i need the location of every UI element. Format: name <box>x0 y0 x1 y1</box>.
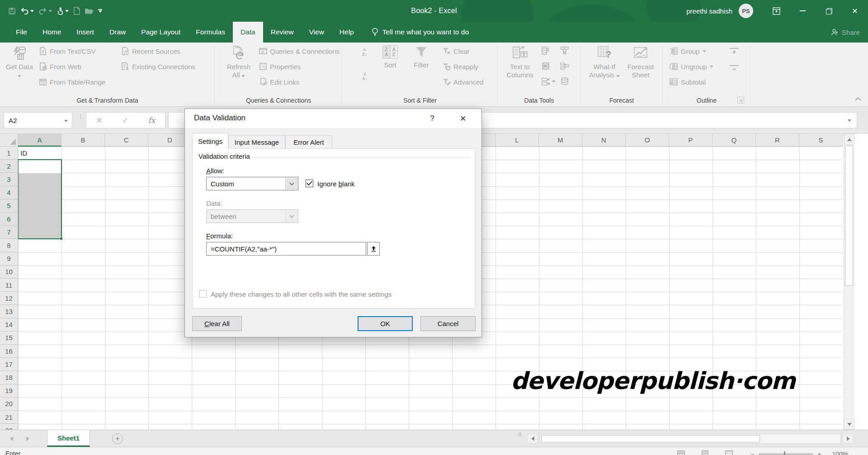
sort-button[interactable]: ZAAZ Sort <box>377 45 403 69</box>
sheet-prev-icon[interactable] <box>10 430 13 447</box>
row-header-4[interactable]: 4 <box>0 186 18 199</box>
insert-function-icon[interactable]: fx <box>148 116 156 125</box>
vertical-scroll-thumb[interactable] <box>845 146 853 286</box>
scroll-down-icon[interactable] <box>844 419 854 430</box>
selection-range[interactable] <box>18 159 62 239</box>
row-header-5[interactable]: 5 <box>0 199 18 213</box>
column-header-l[interactable]: L <box>495 134 539 147</box>
expand-formula-bar-icon[interactable] <box>848 119 851 122</box>
data-validation-dropdown-icon[interactable] <box>552 81 556 83</box>
column-header-n[interactable]: N <box>582 134 626 147</box>
column-header-b[interactable]: B <box>61 134 105 147</box>
dialog-tab-settings[interactable]: Settings <box>192 133 228 149</box>
text-to-columns-button[interactable]: Text to Columns <box>504 45 536 79</box>
minimize-button[interactable] <box>789 0 816 22</box>
close-button[interactable]: ✕ <box>842 0 868 22</box>
dialog-close-button[interactable]: ✕ <box>456 113 470 124</box>
row-header-2[interactable]: 2 <box>0 160 18 173</box>
remove-duplicates-icon[interactable] <box>541 62 550 72</box>
forecast-sheet-button[interactable]: Forecast Sheet <box>624 45 657 79</box>
sheet-next-icon[interactable] <box>26 430 29 447</box>
data-validation-button[interactable] <box>541 77 556 86</box>
tab-home[interactable]: Home <box>35 22 69 43</box>
from-text-csv-button[interactable]: From Text/CSV <box>39 47 95 55</box>
outline-dialog-launcher-icon[interactable]: ⇲ <box>737 97 744 104</box>
hscroll-right-icon[interactable] <box>843 434 854 444</box>
properties-button[interactable]: Properties <box>259 62 301 71</box>
share-button[interactable]: Share <box>831 22 860 43</box>
column-header-a[interactable]: A <box>18 134 61 147</box>
row-header-18[interactable]: 18 <box>0 371 18 384</box>
from-web-button[interactable]: From Web <box>39 62 81 71</box>
page-layout-view-icon[interactable] <box>701 450 709 455</box>
row-header-14[interactable]: 14 <box>0 318 18 332</box>
tell-me-box[interactable]: Tell me what you want to do <box>372 22 469 43</box>
page-break-view-icon[interactable] <box>725 450 733 455</box>
show-detail-icon[interactable]: + <box>730 48 739 55</box>
restore-button[interactable] <box>816 0 842 22</box>
hscroll-left-icon[interactable] <box>527 434 538 444</box>
tab-help[interactable]: Help <box>332 22 362 43</box>
tab-file[interactable]: File <box>8 22 35 43</box>
ribbon-display-options-button[interactable] <box>763 0 789 22</box>
collapse-ribbon-icon[interactable] <box>854 95 862 103</box>
collapse-dialog-button[interactable] <box>367 242 380 256</box>
cancel-entry-icon[interactable]: ✕ <box>96 116 103 125</box>
get-data-button[interactable]: Get Data <box>5 45 33 79</box>
vertical-scrollbar[interactable] <box>844 134 854 430</box>
row-header-3[interactable]: 3 <box>0 173 18 186</box>
ok-button[interactable]: OK <box>358 316 413 331</box>
cell-a1[interactable]: ID <box>18 147 61 160</box>
column-header-p[interactable]: P <box>669 134 712 147</box>
row-header-19[interactable]: 19 <box>0 384 18 398</box>
horizontal-scrollbar[interactable] <box>540 434 841 444</box>
new-sheet-button[interactable]: + <box>112 433 123 444</box>
formula-field[interactable]: =COUNTIF(A2,"aa-*") <box>206 242 366 256</box>
tab-page-layout[interactable]: Page Layout <box>133 22 188 43</box>
advanced-filter-button[interactable]: Advanced <box>443 78 484 86</box>
row-header-16[interactable]: 16 <box>0 345 18 358</box>
ungroup-button[interactable]: Ungroup <box>669 62 713 71</box>
row-header-15[interactable]: 15 <box>0 332 18 345</box>
row-header-9[interactable]: 9 <box>0 252 18 265</box>
name-box[interactable]: A2 <box>4 112 72 128</box>
column-header-o[interactable]: O <box>626 134 669 147</box>
sort-ascending-button[interactable]: AZ↓ <box>362 48 367 57</box>
allow-dropdown-icon[interactable] <box>285 178 297 190</box>
row-header-11[interactable]: 11 <box>0 279 18 292</box>
tab-formulas[interactable]: Formulas <box>188 22 233 43</box>
tab-insert[interactable]: Insert <box>69 22 102 43</box>
existing-connections-button[interactable]: Existing Connections <box>121 62 195 71</box>
allow-combobox[interactable]: Custom <box>206 177 298 190</box>
sheet-tab-active[interactable]: Sheet1 <box>47 430 90 447</box>
column-header-r[interactable]: R <box>756 134 799 147</box>
avatar[interactable]: PS <box>739 4 753 18</box>
dialog-help-button[interactable]: ? <box>425 113 439 124</box>
scroll-up-icon[interactable] <box>844 134 854 145</box>
refresh-all-button[interactable]: Refresh All <box>224 45 254 79</box>
row-header-21[interactable]: 21 <box>0 411 18 424</box>
dialog-tab-error-alert[interactable]: Error Alert <box>285 135 332 148</box>
hide-detail-icon[interactable]: − <box>730 65 739 72</box>
clear-all-button[interactable]: Clear All <box>192 316 242 331</box>
horizontal-scroll-thumb[interactable] <box>541 435 760 442</box>
row-header-20[interactable]: 20 <box>0 398 18 411</box>
normal-view-icon[interactable] <box>677 450 685 455</box>
row-header-1[interactable]: 1 <box>0 147 18 160</box>
dialog-tab-input-message[interactable]: Input Message <box>228 135 285 148</box>
relationships-icon[interactable] <box>560 62 569 72</box>
dialog-title-bar[interactable]: Data Validation ? ✕ <box>185 109 481 128</box>
row-header-10[interactable]: 10 <box>0 265 18 279</box>
sort-descending-button[interactable]: ZA↓ <box>362 72 368 81</box>
zoom-out-icon[interactable]: − <box>750 450 754 455</box>
edit-links-button[interactable]: Edit Links <box>259 78 299 86</box>
select-all-button[interactable] <box>0 134 18 147</box>
row-header-6[interactable]: 6 <box>0 213 18 226</box>
user-name[interactable]: preethi sadhish <box>686 7 732 15</box>
consolidate-icon[interactable] <box>560 46 569 57</box>
confirm-entry-icon[interactable]: ✓ <box>122 116 128 125</box>
column-header-q[interactable]: Q <box>712 134 756 147</box>
tab-data[interactable]: Data <box>233 22 263 43</box>
zoom-in-icon[interactable]: + <box>817 450 821 455</box>
row-header-13[interactable]: 13 <box>0 305 18 318</box>
